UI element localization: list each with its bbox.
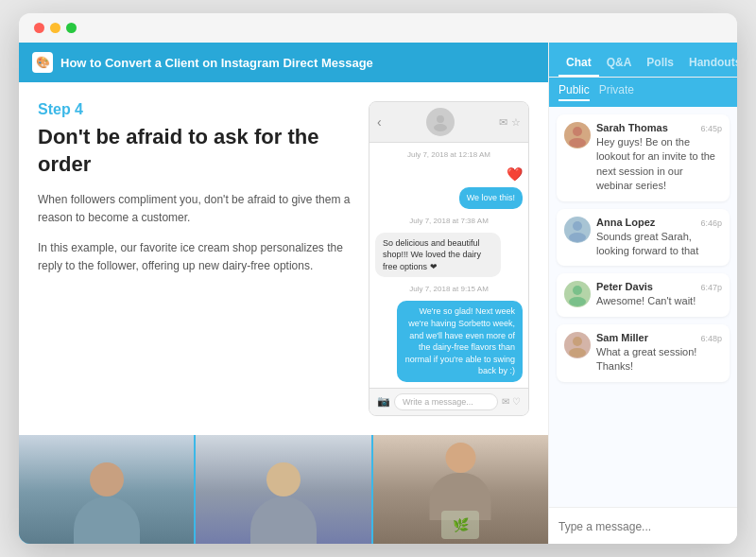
slide-content: Step 4 Don't be afraid to ask for the or… (19, 82, 548, 435)
step-label: Step 4 (38, 101, 353, 118)
slide-paragraph-1: When followers compliment you, don't be … (38, 191, 353, 227)
like-send-icon: ♡ (512, 396, 521, 407)
phone-mockup: ‹ ✉ ☆ (369, 101, 529, 416)
message-date-3: July 7, 2018 at 9:15 AM (375, 285, 523, 293)
chat-subtabs: Public Private (549, 78, 737, 107)
tab-handouts[interactable]: Handouts (681, 50, 737, 77)
slide-heading: Don't be afraid to ask for the order (38, 124, 353, 178)
message-text-1: Hey guys! Be on the lookout for an invit… (596, 135, 722, 194)
avatar-sarah-thomas (564, 122, 591, 148)
phone-input-bar: 📷 Write a message... ✉ ♡ (369, 388, 528, 415)
message-time-3: 6:47p (700, 283, 722, 292)
chat-messages: Sarah Thomas 6:45p Hey guys! Be on the l… (549, 107, 737, 507)
message-header-3: Peter Davis 6:47p (596, 281, 722, 292)
chat-message-1: Sarah Thomas 6:45p Hey guys! Be on the l… (557, 114, 730, 201)
video-thumb-2 (196, 435, 370, 544)
chat-tabs: Chat Q&A Polls Handouts ⌄ (549, 43, 737, 78)
svg-point-5 (569, 233, 586, 242)
svg-point-2 (573, 127, 582, 136)
phone-message-input[interactable]: Write a message... (394, 393, 498, 410)
content-area: Step 4 Don't be afraid to ask for the or… (19, 82, 548, 544)
phone-send-icons: ✉ ♡ (502, 396, 521, 407)
phone-contact-avatar (426, 108, 455, 136)
webinar-title: How to Convert a Client on Instagram Dir… (60, 56, 373, 70)
svg-point-1 (434, 124, 447, 131)
star-icon: ☆ (511, 116, 521, 129)
tab-qa[interactable]: Q&A (599, 50, 640, 77)
avatar-peter-davis (564, 281, 591, 307)
minimize-button[interactable] (50, 23, 60, 33)
phone-messages: July 7, 2018 at 12:18 AM ❤️ We love this… (369, 143, 528, 388)
heart-reaction: ❤️ (375, 166, 523, 182)
message-header-2: Anna Lopez 6:46p (596, 217, 722, 228)
camera-icon: 📷 (377, 395, 390, 408)
phone-action-icons: ✉ ☆ (499, 116, 521, 129)
message-sender-4: Sam Miller (596, 332, 648, 343)
webinar-header: 🎨 How to Convert a Client on Instagram D… (19, 43, 548, 82)
svg-point-6 (573, 286, 582, 295)
close-button[interactable] (34, 23, 44, 33)
image-send-icon: ✉ (502, 396, 509, 407)
message-bubble-right-1: We love this! (459, 187, 523, 209)
subtab-private[interactable]: Private (599, 83, 634, 101)
message-text-3: Awesome! Can't wait! (596, 294, 722, 308)
left-panel: 🎨 How to Convert a Client on Instagram D… (19, 43, 548, 544)
back-icon[interactable]: ‹ (377, 114, 382, 130)
svg-point-4 (573, 221, 582, 231)
svg-point-0 (437, 115, 444, 123)
message-sender-1: Sarah Thomas (596, 122, 668, 133)
message-body-2: Anna Lopez 6:46p Sounds great Sarah, loo… (596, 217, 722, 259)
chat-message-input[interactable] (558, 520, 728, 533)
message-time-1: 6:45p (700, 124, 722, 133)
svg-point-9 (569, 348, 586, 357)
message-sender-3: Peter Davis (596, 281, 653, 292)
slide-text: Step 4 Don't be afraid to ask for the or… (38, 101, 353, 416)
tab-chat[interactable]: Chat (558, 50, 599, 77)
message-icon: ✉ (499, 116, 507, 129)
video-strip: 🌿 (19, 435, 548, 544)
message-time-4: 6:48p (700, 334, 722, 343)
right-panel: Chat Q&A Polls Handouts ⌄ Public Private (548, 43, 737, 544)
message-bubble-left-1: So delicious and beautiful shop!!! We lo… (375, 233, 501, 278)
avatar-anna-lopez (564, 217, 591, 243)
avatar-sam-miller (564, 332, 591, 358)
message-sender-2: Anna Lopez (596, 217, 655, 228)
message-date-2: July 7, 2018 at 7:38 AM (375, 217, 523, 225)
title-bar (19, 13, 737, 43)
message-header-4: Sam Miller 6:48p (596, 332, 722, 343)
main-area: 🎨 How to Convert a Client on Instagram D… (19, 43, 737, 544)
chat-message-4: Sam Miller 6:48p What a great session! T… (557, 324, 730, 382)
video-thumb-3: 🌿 (373, 435, 548, 544)
webinar-icon: 🎨 (32, 52, 53, 73)
subtab-public[interactable]: Public (558, 83, 590, 101)
tab-polls[interactable]: Polls (639, 50, 681, 77)
app-window: 🎨 How to Convert a Client on Instagram D… (19, 13, 737, 544)
chat-message-3: Peter Davis 6:47p Awesome! Can't wait! (557, 273, 730, 316)
svg-point-7 (569, 297, 586, 306)
message-text-4: What a great session! Thanks! (596, 345, 722, 374)
message-body-1: Sarah Thomas 6:45p Hey guys! Be on the l… (596, 122, 722, 194)
svg-point-3 (569, 138, 586, 148)
message-header-1: Sarah Thomas 6:45p (596, 122, 722, 133)
slide-paragraph-2: In this example, our favorite ice cream … (38, 239, 353, 275)
svg-point-8 (573, 337, 582, 346)
message-date-1: July 7, 2018 at 12:18 AM (375, 150, 523, 159)
message-time-2: 6:46p (700, 218, 722, 228)
video-thumb-1 (19, 435, 194, 544)
maximize-button[interactable] (66, 23, 77, 33)
chat-input-area (549, 507, 737, 544)
message-bubble-right-2: We're so glad! Next week we're having So… (397, 301, 523, 382)
chat-message-2: Anna Lopez 6:46p Sounds great Sarah, loo… (557, 209, 730, 267)
phone-header: ‹ ✉ ☆ (369, 102, 528, 143)
message-body-3: Peter Davis 6:47p Awesome! Can't wait! (596, 281, 722, 308)
message-body-4: Sam Miller 6:48p What a great session! T… (596, 332, 722, 374)
message-text-2: Sounds great Sarah, looking forward to t… (596, 230, 722, 259)
